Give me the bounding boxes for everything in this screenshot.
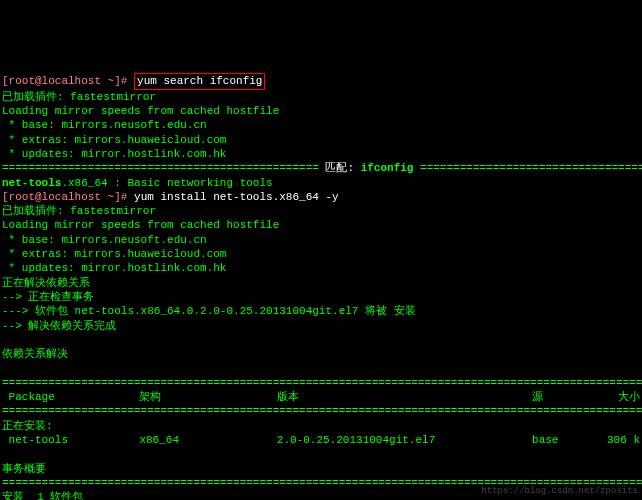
- output-line: * extras: mirrors.huaweicloud.com: [2, 134, 226, 146]
- output-line: * updates: mirror.hostlink.com.hk: [2, 262, 226, 274]
- separator: ========================================…: [2, 377, 642, 389]
- output-line: ---> 软件包 net-tools.x86_64.0.2.0-0.25.201…: [2, 305, 416, 317]
- command-text: yum search ifconfig: [137, 75, 262, 87]
- watermark: https://blog.csdn.net/zposits: [481, 486, 638, 498]
- output-line: * base: mirrors.neusoft.edu.cn: [2, 119, 207, 131]
- terminal-output: [root@localhost ~]# yum search ifconfig …: [2, 59, 640, 500]
- table-header: Package架构版本源大小: [2, 390, 640, 404]
- output-line: Loading mirror speeds from cached hostfi…: [2, 219, 279, 231]
- output-line: 已加载插件: fastestmirror: [2, 205, 156, 217]
- table-row: net-toolsx86_642.0-0.25.20131004git.el7b…: [2, 433, 640, 447]
- command-highlight: yum search ifconfig: [134, 73, 265, 89]
- output-line: --> 解决依赖关系完成: [2, 320, 116, 332]
- separator: ========================================…: [2, 162, 642, 174]
- output-line: * updates: mirror.hostlink.com.hk: [2, 148, 226, 160]
- output-line: 正在安装:: [2, 420, 53, 432]
- output-line: Loading mirror speeds from cached hostfi…: [2, 105, 279, 117]
- output-line: 正在解决依赖关系: [2, 277, 90, 289]
- output-line: * extras: mirrors.huaweicloud.com: [2, 248, 226, 260]
- command-text: yum install net-tools.x86_64 -y: [134, 191, 339, 203]
- search-result: net-tools.x86_64 : Basic networking tool…: [2, 177, 273, 189]
- section-header: 依赖关系解决: [2, 348, 68, 360]
- shell-prompt: [root@localhost ~]#: [2, 191, 134, 203]
- output-line: --> 正在检查事务: [2, 291, 94, 303]
- output-line: 已加载插件: fastestmirror: [2, 91, 156, 103]
- shell-prompt: [root@localhost ~]#: [2, 75, 134, 87]
- output-line: * base: mirrors.neusoft.edu.cn: [2, 234, 207, 246]
- output-line: 安装 1 软件包: [2, 491, 83, 500]
- separator: ========================================…: [2, 405, 642, 417]
- section-header: 事务概要: [2, 463, 46, 475]
